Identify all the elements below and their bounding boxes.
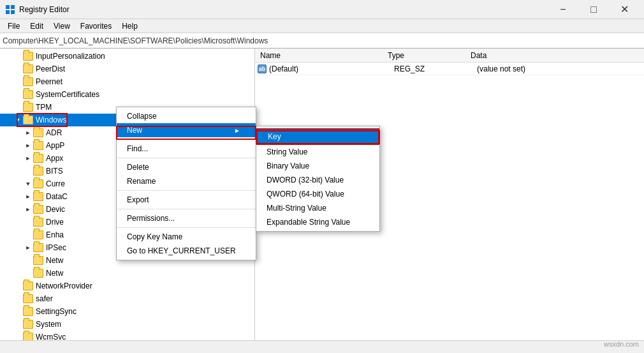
expand-icon: [13, 306, 23, 317]
ctx-permissions[interactable]: Permissions...: [117, 211, 256, 225]
menu-file[interactable]: File: [3, 20, 25, 32]
ctx-delete-label: Delete: [127, 163, 149, 172]
expand-icon: [13, 89, 23, 100]
tree-item-peernet[interactable]: Peernet: [0, 75, 254, 88]
menu-view[interactable]: View: [48, 20, 75, 32]
tree-label: TPM: [36, 103, 52, 112]
expand-icon: ►: [23, 153, 33, 163]
expand-icon: [13, 64, 23, 74]
folder-icon: [23, 116, 33, 124]
svg-rect-0: [6, 5, 10, 9]
tree-label: Windows: [36, 116, 67, 124]
expand-icon: [13, 294, 23, 304]
tree-item-netw2[interactable]: Netw: [0, 267, 254, 280]
svg-rect-3: [11, 10, 15, 14]
ctx-copy-key-name[interactable]: Copy Key Name: [117, 230, 256, 244]
ctx-collapse[interactable]: Collapse: [117, 109, 256, 123]
ctx-go-to-hkcu[interactable]: Go to HKEY_CURRENT_USER: [117, 244, 256, 258]
folder-icon: [23, 77, 33, 86]
ctx-new[interactable]: New ►: [117, 123, 256, 137]
registry-row-default[interactable]: ab (Default) REG_SZ (value not set): [255, 63, 644, 75]
tree-item-inputpersonalization[interactable]: InputPersonalization: [0, 50, 254, 63]
tree-label: AppP: [46, 141, 64, 150]
ctx-rename-label: Rename: [127, 177, 156, 186]
tree-label: Curre: [46, 179, 65, 188]
tree-label: IPSec: [46, 243, 66, 252]
folder-icon: [33, 269, 43, 278]
folder-icon: [23, 52, 33, 61]
tree-label: Netw: [46, 256, 63, 265]
col-data-header: Data: [468, 51, 641, 60]
submenu-expandable-label: Expandable String Value: [267, 218, 350, 227]
expand-icon: ►: [23, 128, 33, 138]
ctx-separator-3: [117, 190, 256, 191]
tree-label: SystemCertificates: [36, 90, 99, 99]
tree-label: Netw: [46, 269, 63, 278]
tree-item-peerdist[interactable]: PeerDist: [0, 63, 254, 75]
tree-label: System: [36, 320, 61, 329]
tree-label: PeerDist: [36, 64, 65, 73]
tree-item-networkprovider[interactable]: NetworkProvider: [0, 280, 254, 292]
title-bar: Registry Editor − □ ✕: [0, 0, 644, 19]
menu-help[interactable]: Help: [117, 20, 143, 32]
svg-rect-2: [6, 10, 10, 14]
right-panel-header: Name Type Data: [255, 49, 644, 63]
ctx-copy-key-name-label: Copy Key Name: [127, 232, 182, 241]
folder-icon: [23, 64, 33, 73]
tree-item-safer[interactable]: safer: [0, 292, 254, 305]
tree-label: Enha: [46, 230, 64, 239]
submenu-dword-value[interactable]: DWORD (32-bit) Value: [256, 173, 379, 187]
expand-icon: ►: [23, 192, 33, 202]
address-bar: Computer\HKEY_LOCAL_MACHINE\SOFTWARE\Pol…: [0, 33, 644, 49]
close-button[interactable]: ✕: [610, 0, 639, 19]
ctx-collapse-label: Collapse: [127, 112, 157, 121]
app-icon: [5, 4, 15, 15]
tree-item-wcmsvc[interactable]: WcmSvc: [0, 331, 254, 340]
tree-label: DataC: [46, 192, 68, 201]
folder-icon: [33, 192, 43, 201]
context-menu: Collapse New ► Find... Delete Rename Exp…: [116, 107, 256, 260]
ctx-separator-4: [117, 209, 256, 209]
folder-icon: [23, 294, 33, 303]
menu-edit[interactable]: Edit: [25, 20, 48, 32]
folder-icon: [33, 179, 43, 188]
expand-icon: ►: [23, 140, 33, 151]
tree-label: InputPersonalization: [36, 52, 105, 61]
submenu-string-value[interactable]: String Value: [256, 145, 379, 159]
submenu-string-label: String Value: [267, 147, 307, 156]
expand-icon: [13, 281, 23, 291]
submenu-qword-value[interactable]: QWORD (64-bit) Value: [256, 187, 379, 201]
menu-favorites[interactable]: Favorites: [75, 20, 117, 32]
tree-label: safer: [36, 294, 53, 303]
expand-icon: [23, 217, 33, 227]
folder-icon: [23, 320, 33, 329]
submenu-expandable-value[interactable]: Expandable String Value: [256, 215, 379, 229]
submenu: Key String Value Binary Value DWORD (32-…: [256, 126, 380, 232]
expand-icon: ►: [23, 243, 33, 253]
submenu-binary-label: Binary Value: [267, 161, 309, 170]
reg-sz-icon: ab: [258, 64, 267, 73]
col-name-header: Name: [258, 51, 385, 60]
tree-item-systemcerts[interactable]: SystemCertificates: [0, 88, 254, 101]
expand-icon: [13, 77, 23, 87]
ctx-find[interactable]: Find...: [117, 142, 256, 156]
tree-item-system[interactable]: System: [0, 318, 254, 331]
minimize-button[interactable]: −: [548, 0, 578, 19]
submenu-multistring-value[interactable]: Multi-String Value: [256, 201, 379, 215]
ctx-export[interactable]: Export: [117, 193, 256, 207]
title-bar-controls: − □ ✕: [548, 0, 639, 19]
folder-icon: [33, 230, 43, 239]
ctx-delete[interactable]: Delete: [117, 160, 256, 174]
ctx-separator-1: [117, 139, 256, 140]
folder-icon: [23, 103, 33, 112]
submenu-binary-value[interactable]: Binary Value: [256, 159, 379, 173]
tree-item-settingsync[interactable]: SettingSync: [0, 305, 254, 318]
folder-icon: [33, 141, 43, 150]
ctx-separator-2: [117, 158, 256, 158]
submenu-key[interactable]: Key: [256, 128, 379, 145]
tree-label: Peernet: [36, 77, 62, 86]
ctx-rename[interactable]: Rename: [117, 174, 256, 188]
maximize-button[interactable]: □: [579, 0, 608, 19]
expand-icon: ▼: [23, 179, 33, 189]
expand-icon: [13, 102, 23, 112]
